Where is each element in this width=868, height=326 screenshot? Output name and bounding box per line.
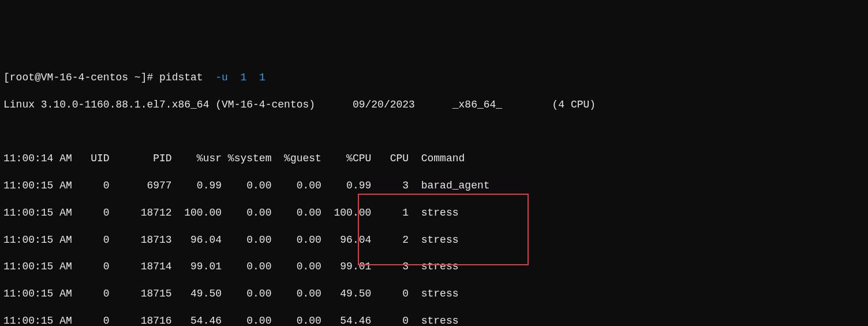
blank-line (3, 125, 865, 139)
shell-prompt: [root@VM-16-4-centos ~]# (3, 72, 159, 83)
table-row: 11:00:15 AM 0 6977 0.99 0.00 0.00 0.99 3… (3, 179, 865, 192)
table-row: 11:00:15 AM 0 18712 100.00 0.00 0.00 100… (3, 206, 865, 220)
command-args: -u 1 1 (215, 72, 265, 83)
table-header-sample: 11:00:14 AM UID PID %usr %system %guest … (3, 152, 865, 165)
table-row: 11:00:15 AM 0 18714 99.01 0.00 0.00 99.0… (3, 260, 865, 273)
table-row: 11:00:15 AM 0 18716 54.46 0.00 0.00 54.4… (3, 314, 865, 326)
terminal-output[interactable]: [root@VM-16-4-centos ~]# pidstat -u 1 1 … (3, 58, 865, 326)
table-row: 11:00:15 AM 0 18713 96.04 0.00 0.00 96.0… (3, 234, 865, 247)
table-row: 11:00:15 AM 0 18715 49.50 0.00 0.00 49.5… (3, 287, 865, 301)
system-info-line: Linux 3.10.0-1160.88.1.el7.x86_64 (VM-16… (3, 98, 865, 112)
command-name: pidstat (159, 72, 215, 83)
prompt-line-1: [root@VM-16-4-centos ~]# pidstat -u 1 1 (3, 71, 865, 84)
